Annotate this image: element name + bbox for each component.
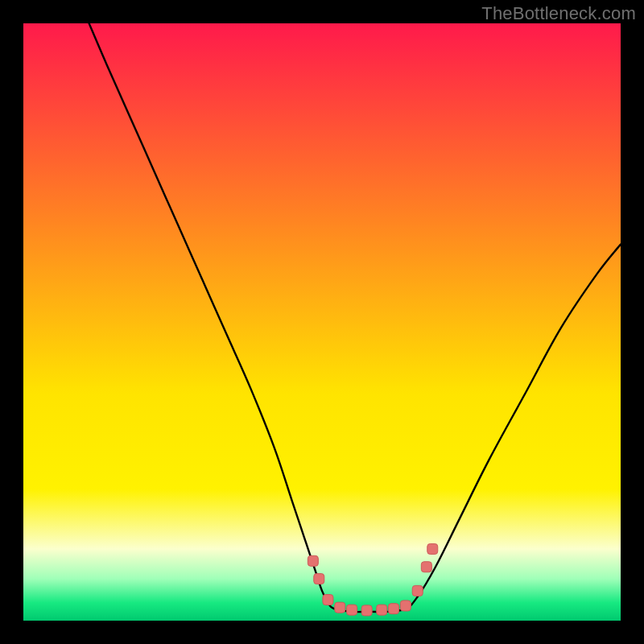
data-marker	[400, 601, 411, 611]
chart-svg	[23, 23, 621, 621]
data-marker	[389, 604, 399, 614]
watermark-text: TheBottleneck.com	[481, 3, 636, 24]
data-marker	[323, 595, 333, 605]
data-marker	[308, 555, 318, 566]
data-marker	[421, 562, 431, 572]
gradient-background	[23, 23, 621, 621]
data-marker	[314, 574, 324, 584]
data-marker	[377, 605, 387, 615]
data-marker	[335, 602, 345, 613]
data-marker	[427, 543, 438, 554]
outer-frame: TheBottleneck.com	[0, 0, 644, 644]
data-marker	[361, 605, 372, 616]
plot-area	[23, 23, 621, 621]
data-marker	[412, 585, 423, 596]
data-marker	[347, 605, 357, 615]
